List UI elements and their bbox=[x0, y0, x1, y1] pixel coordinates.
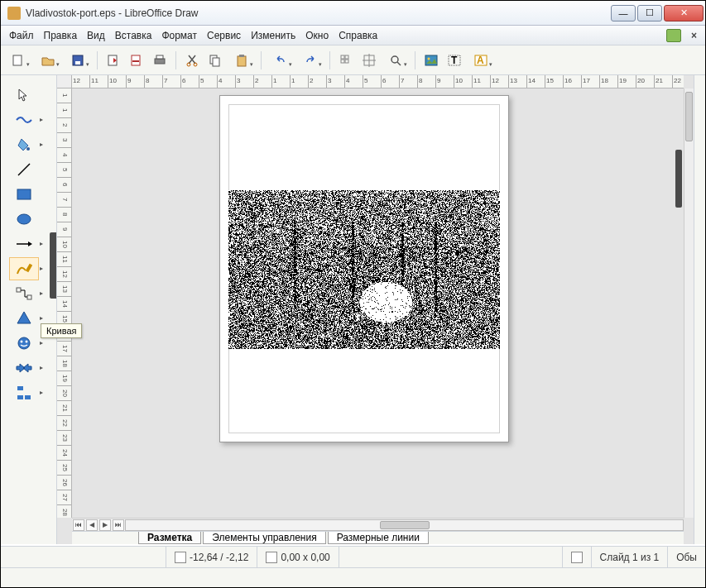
export-pdf-button[interactable] bbox=[126, 50, 147, 71]
cut-button[interactable] bbox=[181, 50, 203, 71]
canvas-area: 1211109876543211234567891011121314151617… bbox=[57, 75, 694, 544]
menu-modify[interactable]: Изменить bbox=[246, 28, 300, 43]
svg-rect-42 bbox=[17, 395, 23, 399]
title-bar: Vladivostok-port.eps - LibreOffice Draw … bbox=[1, 1, 705, 26]
first-page-button[interactable]: ⏮ bbox=[73, 519, 84, 531]
svg-point-38 bbox=[21, 341, 23, 343]
helplines-button[interactable] bbox=[358, 50, 380, 71]
menu-file[interactable]: Файл bbox=[4, 28, 39, 43]
line-arrow-tool[interactable] bbox=[9, 232, 39, 256]
drawing-toolbox: Кривая bbox=[1, 75, 57, 544]
horizontal-ruler[interactable]: 1211109876543211234567891011121314151617… bbox=[72, 75, 684, 88]
svg-rect-41 bbox=[25, 395, 31, 399]
maximize-button[interactable]: ☐ bbox=[637, 5, 662, 22]
next-page-button[interactable]: ▶ bbox=[99, 519, 111, 531]
rectangle-tool[interactable] bbox=[9, 183, 39, 206]
close-document-button[interactable]: × bbox=[686, 30, 702, 41]
print-button[interactable] bbox=[149, 50, 170, 71]
svg-text:T: T bbox=[451, 55, 458, 66]
svg-rect-17 bbox=[345, 60, 348, 63]
svg-line-30 bbox=[18, 164, 30, 175]
vertical-scrollbar[interactable] bbox=[684, 88, 694, 518]
side-panel[interactable] bbox=[694, 75, 705, 544]
status-extra: Обы bbox=[668, 547, 705, 567]
viewport[interactable] bbox=[72, 88, 684, 518]
ellipse-tool[interactable] bbox=[9, 208, 39, 231]
menu-edit[interactable]: Правка bbox=[39, 28, 83, 43]
app-icon bbox=[7, 7, 21, 20]
menu-view[interactable]: Вид bbox=[82, 28, 110, 43]
svg-rect-0 bbox=[13, 55, 22, 65]
svg-point-24 bbox=[428, 57, 430, 60]
grid-button[interactable] bbox=[335, 50, 357, 71]
sidepanel-handle[interactable] bbox=[675, 150, 682, 208]
tab-controls[interactable]: Элементы управления bbox=[203, 532, 325, 544]
insert-picture-button[interactable] bbox=[420, 50, 442, 71]
svg-rect-36 bbox=[27, 295, 31, 299]
update-icon[interactable] bbox=[666, 29, 681, 42]
open-button[interactable] bbox=[34, 50, 62, 71]
copy-button[interactable] bbox=[204, 50, 226, 71]
standard-toolbar: T A bbox=[1, 45, 705, 75]
inserted-image[interactable] bbox=[228, 190, 500, 349]
svg-point-29 bbox=[26, 147, 30, 151]
svg-rect-2 bbox=[75, 61, 80, 65]
paste-button[interactable] bbox=[228, 50, 256, 71]
fill-color-tool[interactable] bbox=[9, 133, 39, 156]
svg-rect-40 bbox=[17, 386, 23, 390]
close-button[interactable]: ✕ bbox=[664, 5, 704, 22]
svg-point-39 bbox=[26, 341, 28, 343]
menu-format[interactable]: Формат bbox=[156, 28, 202, 43]
status-signature[interactable] bbox=[563, 547, 592, 567]
last-page-button[interactable]: ⏭ bbox=[113, 519, 124, 531]
redo-button[interactable] bbox=[296, 50, 324, 71]
svg-rect-14 bbox=[341, 55, 344, 59]
tab-layout[interactable]: Разметка bbox=[138, 532, 201, 544]
block-arrows-tool[interactable] bbox=[9, 356, 39, 380]
basic-shapes-tool[interactable] bbox=[9, 307, 39, 330]
svg-point-32 bbox=[17, 214, 31, 224]
zoom-button[interactable] bbox=[382, 50, 410, 71]
line-color-tool[interactable] bbox=[9, 108, 39, 131]
svg-line-22 bbox=[397, 62, 401, 65]
window-title: Vladivostok-port.eps - LibreOffice Draw bbox=[26, 7, 611, 19]
workspace: Кривая 121110987654321123456789101112131… bbox=[1, 75, 705, 544]
menu-window[interactable]: Окно bbox=[300, 28, 334, 43]
horizontal-scrollbar[interactable]: ⏮ ◀ ▶ ⏭ bbox=[72, 518, 684, 531]
vertical-ruler[interactable]: 1123456789101112131415161718192021222324… bbox=[57, 88, 72, 518]
svg-rect-35 bbox=[17, 288, 21, 292]
symbol-shapes-tool[interactable] bbox=[9, 332, 39, 355]
flowchart-tool[interactable] bbox=[9, 381, 39, 404]
save-button[interactable] bbox=[64, 50, 92, 71]
fontwork-button[interactable]: A bbox=[467, 50, 495, 71]
insert-text-button[interactable]: T bbox=[444, 50, 465, 71]
status-size: 0,00 x 0,00 bbox=[257, 547, 339, 567]
prev-page-button[interactable]: ◀ bbox=[86, 519, 98, 531]
minimize-button[interactable]: — bbox=[611, 5, 636, 22]
ruler-corner bbox=[57, 75, 72, 88]
connector-tool[interactable] bbox=[9, 282, 39, 305]
menu-tools[interactable]: Сервис bbox=[202, 28, 246, 43]
status-coords: -12,64 / -2,12 bbox=[166, 547, 257, 567]
page[interactable] bbox=[219, 95, 509, 442]
menu-help[interactable]: Справка bbox=[334, 28, 382, 43]
export-button[interactable] bbox=[103, 50, 124, 71]
svg-rect-13 bbox=[239, 55, 244, 57]
position-icon bbox=[175, 552, 186, 563]
status-slide: Слайд 1 из 1 bbox=[592, 547, 669, 567]
svg-rect-6 bbox=[155, 59, 165, 64]
curve-tool[interactable] bbox=[9, 257, 39, 280]
tab-dimlines[interactable]: Размерные линии bbox=[328, 532, 429, 544]
select-tool[interactable] bbox=[9, 84, 39, 107]
svg-rect-5 bbox=[132, 60, 139, 62]
status-bar: -12,64 / -2,12 0,00 x 0,00 Слайд 1 из 1 … bbox=[1, 546, 705, 567]
undo-button[interactable] bbox=[267, 50, 295, 71]
layer-tabs: Разметка Элементы управления Размерные л… bbox=[72, 531, 684, 544]
svg-rect-7 bbox=[156, 55, 163, 59]
menu-insert[interactable]: Вставка bbox=[110, 28, 157, 43]
svg-point-21 bbox=[391, 56, 398, 63]
toolbox-collapse-handle[interactable] bbox=[50, 232, 56, 299]
line-tool[interactable] bbox=[9, 158, 39, 181]
signature-icon bbox=[571, 552, 583, 563]
new-button[interactable] bbox=[4, 50, 32, 71]
